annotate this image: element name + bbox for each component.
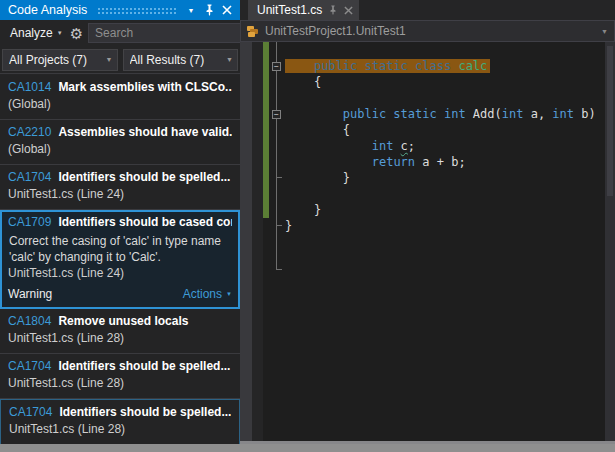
- issue-item-ca1014-0[interactable]: CA1014Mark assemblies with CLSCo...(Glob…: [0, 75, 240, 120]
- code-editor[interactable]: − − public static class calc { public st…: [240, 42, 615, 444]
- chevron-down-icon: ▼: [226, 56, 233, 63]
- issue-code: CA1704: [9, 405, 52, 419]
- visual-studio-window: Code Analysis ▼ Analyze ▼ ⚙ ▼: [0, 0, 615, 452]
- actions-link[interactable]: Actions▼: [183, 287, 232, 301]
- issue-location: UnitTest1.cs (Line 28): [8, 331, 232, 348]
- folding-margin: [269, 42, 285, 444]
- analyze-button[interactable]: Analyze ▼: [6, 24, 67, 42]
- results-filter-value: All Results (7): [130, 53, 227, 67]
- glyph-margin: [252, 42, 263, 444]
- issue-title: Identifiers should be spelled...: [59, 405, 231, 419]
- issue-title: Identifiers should be cased correctly: [58, 215, 232, 229]
- projects-filter-dropdown[interactable]: All Projects (7) ▼: [2, 49, 118, 71]
- window-position-caret-icon[interactable]: ▼: [182, 2, 200, 18]
- fold-end-tick: [276, 225, 282, 226]
- panel-titlebar[interactable]: Code Analysis ▼: [0, 0, 240, 20]
- issue-location: UnitTest1.cs (Line 28): [8, 376, 232, 393]
- issue-location: UnitTest1.cs (Line 24): [8, 187, 232, 204]
- panel-toolbar: Analyze ▼ ⚙ ▼: [0, 20, 240, 46]
- close-icon[interactable]: [218, 2, 236, 18]
- issue-title: Identifiers should be spelled...: [58, 359, 230, 373]
- code-analysis-panel: Code Analysis ▼ Analyze ▼ ⚙ ▼: [0, 0, 240, 452]
- code-text[interactable]: public static class calc { public static…: [285, 42, 605, 444]
- results-filter-dropdown[interactable]: All Results (7) ▼: [123, 49, 239, 71]
- scrollbar-thumb[interactable]: [607, 46, 613, 196]
- pane-splitter[interactable]: [240, 42, 252, 444]
- analyze-caret-icon: ▼: [57, 30, 63, 36]
- issue-code: CA1804: [8, 314, 51, 328]
- issue-title: Assemblies should have valid...: [58, 125, 232, 139]
- settings-gear-icon[interactable]: ⚙: [70, 26, 83, 41]
- issue-location: UnitTest1.cs (Line 28): [9, 422, 231, 439]
- collapse-method-button[interactable]: −: [272, 110, 281, 119]
- fold-guide-line: [276, 42, 277, 270]
- issue-location: UnitTest1.cs (Line 24): [8, 266, 232, 283]
- issue-code: CA1704: [8, 170, 51, 184]
- window-bottom-edge: [0, 444, 615, 452]
- pin-icon[interactable]: [200, 2, 218, 18]
- panel-title: Code Analysis: [8, 3, 87, 17]
- editor-pane: UnitTest1.cs UnitTestProject1.UnitTest1 …: [240, 0, 615, 452]
- fold-end-tick: [276, 269, 282, 270]
- issue-item-ca2210-1[interactable]: CA2210Assemblies should have valid...(Gl…: [0, 120, 240, 165]
- fold-end-tick: [276, 177, 282, 178]
- issue-title: Mark assemblies with CLSCo...: [58, 80, 232, 94]
- analyze-label: Analyze: [10, 26, 53, 40]
- collapse-class-button[interactable]: −: [272, 62, 281, 71]
- chevron-down-icon: ▼: [106, 56, 113, 63]
- chevron-down-icon[interactable]: ▼: [601, 28, 608, 35]
- issue-title: Remove unused locals: [58, 314, 188, 328]
- navigation-bar[interactable]: UnitTestProject1.UnitTest1 ▼: [240, 20, 615, 42]
- issue-item-ca1704-5[interactable]: CA1704Identifiers should be spelled...Un…: [0, 354, 240, 399]
- severity-label: Warning: [8, 287, 52, 301]
- issue-item-ca1704-2[interactable]: CA1704Identifiers should be spelled...Un…: [0, 165, 240, 210]
- drag-grip[interactable]: [97, 6, 176, 15]
- issue-location: (Global): [8, 142, 232, 159]
- issue-item-ca1804-4[interactable]: CA1804Remove unused localsUnitTest1.cs (…: [0, 309, 240, 354]
- tab-unittest1[interactable]: UnitTest1.cs: [248, 0, 359, 20]
- highlighted-definition: public static class calc: [285, 59, 490, 73]
- issue-item-ca1709-3[interactable]: CA1709Identifiers should be cased correc…: [0, 210, 240, 309]
- issue-code: CA2210: [8, 125, 51, 139]
- tab-close-icon[interactable]: [344, 6, 353, 15]
- issue-title: Identifiers should be spelled...: [58, 170, 230, 184]
- issue-code: CA1704: [8, 359, 51, 373]
- issues-list: CA1014Mark assemblies with CLSCo...(Glob…: [0, 75, 240, 444]
- issue-code: CA1014: [8, 80, 51, 94]
- issue-location: (Global): [8, 97, 232, 114]
- tab-title: UnitTest1.cs: [257, 3, 322, 17]
- class-icon: [246, 25, 260, 38]
- issue-code: CA1709: [8, 215, 51, 229]
- editor-vertical-scrollbar[interactable]: [605, 42, 615, 444]
- issue-description: Correct the casing of 'calc' in type nam…: [8, 232, 232, 266]
- tab-strip: UnitTest1.cs: [240, 0, 615, 20]
- actions-caret-icon: ▼: [226, 291, 232, 297]
- projects-filter-value: All Projects (7): [9, 53, 106, 67]
- navigation-path: UnitTestProject1.UnitTest1: [265, 24, 601, 38]
- filter-row: All Projects (7) ▼ All Results (7) ▼: [0, 46, 240, 74]
- issue-item-ca1704-6[interactable]: CA1704Identifiers should be spelled...Un…: [0, 399, 240, 444]
- search-input[interactable]: [95, 26, 250, 40]
- tab-pin-icon[interactable]: [328, 5, 338, 15]
